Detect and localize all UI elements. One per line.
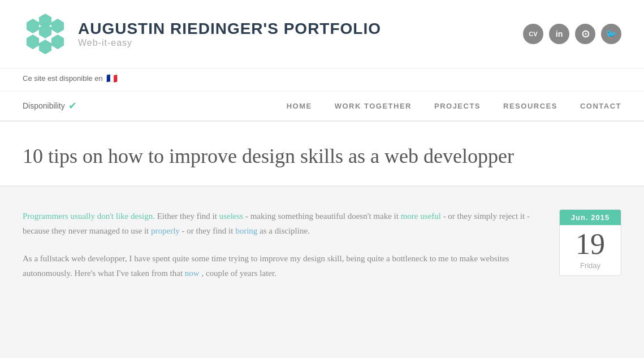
site-subtitle: Web-it-easy (78, 38, 381, 48)
content-area: Programmers usually don't like design. E… (0, 187, 644, 317)
date-card: Jun. 2015 19 Friday (559, 209, 621, 276)
nav-item-home[interactable]: HOME (287, 101, 312, 111)
language-text: Ce site est disponible en (23, 74, 103, 83)
date-card-weekday: Friday (560, 261, 621, 275)
twitter-icon[interactable]: 🐦 (601, 24, 621, 44)
date-card-day: 19 (560, 225, 621, 261)
nav-item-resources[interactable]: RESOURCES (503, 101, 557, 111)
nav-item-work-together[interactable]: WORK TOGETHER (335, 101, 412, 111)
navigation: Disponibility ✔ HOME WORK TOGETHER PROJE… (0, 91, 644, 122)
availability-indicator: Disponibility ✔ (23, 100, 77, 112)
svg-marker-2 (39, 40, 51, 54)
nav-link-work-together[interactable]: WORK TOGETHER (335, 102, 412, 110)
availability-check-icon: ✔ (68, 100, 77, 112)
site-header: AUGUSTIN RIEDINGER'S PORTFOLIO Web-it-ea… (0, 0, 644, 68)
nav-links: HOME WORK TOGETHER PROJECTS RESOURCES CO… (287, 101, 621, 111)
linkedin-icon[interactable]: in (549, 24, 569, 44)
date-card-month: Jun. 2015 (560, 210, 621, 225)
site-name: AUGUSTIN RIEDINGER'S PORTFOLIO (78, 20, 381, 38)
page-title-section: 10 tips on how to improve design skills … (0, 122, 644, 187)
nav-link-resources[interactable]: RESOURCES (503, 102, 557, 110)
header-left: AUGUSTIN RIEDINGER'S PORTFOLIO Web-it-ea… (23, 11, 381, 57)
nav-link-home[interactable]: HOME (287, 102, 312, 110)
nav-item-projects[interactable]: PROJECTS (434, 101, 481, 111)
social-icons: CV in ⊙ 🐦 (523, 24, 621, 44)
nav-item-contact[interactable]: CONTACT (580, 101, 621, 111)
article-body: Programmers usually don't like design. E… (23, 209, 542, 294)
cv-icon[interactable]: CV (523, 24, 543, 44)
language-bar: Ce site est disponible en 🇫🇷 (0, 68, 644, 91)
availability-label: Disponibility (23, 101, 65, 110)
page-title: 10 tips on how to improve design skills … (23, 144, 621, 169)
article-paragraph-1: Programmers usually don't like design. E… (23, 209, 542, 238)
svg-marker-1 (39, 14, 51, 28)
svg-marker-5 (27, 34, 39, 49)
github-icon[interactable]: ⊙ (575, 24, 595, 44)
nav-link-contact[interactable]: CONTACT (580, 102, 621, 110)
svg-marker-3 (27, 19, 39, 33)
svg-marker-4 (51, 19, 64, 33)
header-title: AUGUSTIN RIEDINGER'S PORTFOLIO Web-it-ea… (78, 20, 381, 48)
svg-marker-6 (51, 34, 64, 49)
nav-link-projects[interactable]: PROJECTS (434, 102, 481, 110)
logo[interactable] (23, 11, 68, 57)
french-flag-icon[interactable]: 🇫🇷 (106, 73, 118, 84)
article-paragraph-2: As a fullstack web developper, I have sp… (23, 252, 542, 281)
